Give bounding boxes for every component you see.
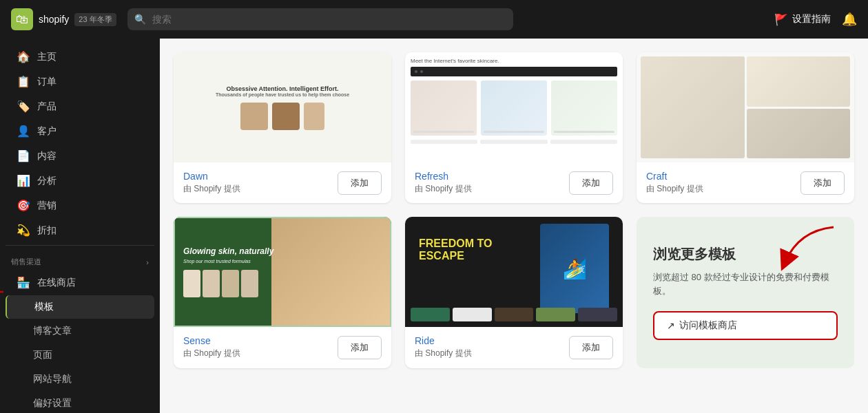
dawn-bags <box>240 103 324 130</box>
ride-by: 由 Shopify 提供 <box>415 348 472 359</box>
themes-grid: Obsessive Attention. Intelligent Effort.… <box>174 52 854 368</box>
sidebar-item-navigation[interactable]: 网站导航 <box>6 368 154 391</box>
sidebar-label-discounts: 折扣 <box>37 224 56 237</box>
craft-by: 由 Shopify 提供 <box>646 183 703 195</box>
sidebar-item-online-store[interactable]: 🏪 在线商店 <box>6 271 154 295</box>
ride-add-button[interactable]: 添加 <box>569 336 613 359</box>
craft-preview <box>637 52 854 162</box>
dawn-by: 由 Shopify 提供 <box>183 183 240 195</box>
refresh-product-2 <box>481 81 547 136</box>
sidebar-item-marketing[interactable]: 🎯 营销 <box>6 193 154 218</box>
sense-model-bg <box>271 218 390 326</box>
refresh-info: Refresh 由 Shopify 提供 <box>415 171 472 195</box>
craft-footer: Craft 由 Shopify 提供 添加 <box>637 162 854 203</box>
refresh-by: 由 Shopify 提供 <box>415 183 472 195</box>
marketing-icon: 🎯 <box>17 199 30 212</box>
text-item-1 <box>411 140 477 144</box>
search-input[interactable] <box>127 8 513 30</box>
browse-title: 浏览更多模板 <box>653 245 838 264</box>
discounts-icon: 💫 <box>17 224 30 237</box>
ride-boards <box>405 308 623 321</box>
sidebar-item-blog[interactable]: 博客文章 <box>6 319 154 343</box>
text-item-3 <box>550 140 617 144</box>
setup-guide-button[interactable]: 🚩 设置指南 <box>774 13 831 26</box>
header-right: 🚩 设置指南 🔔 <box>774 12 857 27</box>
sidebar-item-content[interactable]: 📄 内容 <box>6 144 154 168</box>
main-layout: 🏠 主页 📋 订单 🏷️ 产品 👤 客户 📄 内容 📊 分析 🎯 营销 💫 <box>0 39 868 413</box>
products-icon: 🏷️ <box>17 100 30 113</box>
sidebar-label-online-store: 在线商店 <box>37 277 76 289</box>
dawn-tagline: Obsessive Attention. Intelligent Effort.… <box>216 85 349 97</box>
dot-2 <box>420 70 423 73</box>
refresh-footer: Refresh 由 Shopify 提供 添加 <box>405 162 623 203</box>
main-content: Obsessive Attention. Intelligent Effort.… <box>160 39 868 413</box>
browse-more-card: 浏览更多模板 浏览超过 80 款经过专业设计的免费和付费模板。 ↗ 访问模板商店 <box>637 217 854 368</box>
ride-name[interactable]: Ride <box>415 335 472 346</box>
refresh-products <box>411 81 617 136</box>
sidebar-label-content: 内容 <box>37 150 56 162</box>
sense-product-1 <box>183 270 200 297</box>
craft-img-1 <box>641 56 745 158</box>
sidebar-label-preferences: 偏好设置 <box>33 397 72 410</box>
theme-card-ride: FREEDOM TOESCAPE 🏄 Ride 由 <box>405 217 623 368</box>
sidebar-label-customers: 客户 <box>37 125 56 138</box>
sidebar-item-orders[interactable]: 📋 订单 <box>6 70 154 94</box>
notification-bell-icon[interactable]: 🔔 <box>842 12 857 27</box>
sense-add-button[interactable]: 添加 <box>338 336 382 359</box>
refresh-header-bar <box>411 67 617 76</box>
browse-description: 浏览超过 80 款经过专业设计的免费和付费模板。 <box>653 271 838 297</box>
search-icon: 🔍 <box>134 14 146 25</box>
ride-headline: FREEDOM TOESCAPE <box>419 237 492 262</box>
dawn-footer: Dawn 由 Shopify 提供 添加 <box>174 162 391 203</box>
orders-icon: 📋 <box>17 75 30 88</box>
sidebar-item-templates[interactable]: 模板 <box>6 295 154 319</box>
refresh-add-button[interactable]: 添加 <box>569 171 613 195</box>
refresh-product-1 <box>411 81 477 136</box>
sidebar-item-home[interactable]: 🏠 主页 <box>6 45 154 69</box>
sidebar-item-customers[interactable]: 👤 客户 <box>6 119 154 143</box>
visit-theme-store-button[interactable]: ↗ 访问模板商店 <box>653 311 838 340</box>
refresh-name[interactable]: Refresh <box>415 171 472 182</box>
board-3 <box>495 308 534 321</box>
craft-name[interactable]: Craft <box>646 171 703 182</box>
theme-card-sense: Glowing skin, naturally Shop our most tr… <box>174 217 391 368</box>
board-1 <box>411 308 450 321</box>
sidebar-label-blog: 博客文章 <box>33 325 72 337</box>
sidebar-item-discounts[interactable]: 💫 折扣 <box>6 218 154 242</box>
bag-1 <box>240 103 268 130</box>
shopify-bag-icon: 🛍 <box>11 8 33 30</box>
customers-icon: 👤 <box>17 125 30 138</box>
sidebar-label-templates: 模板 <box>34 301 54 313</box>
sidebar-item-preferences[interactable]: 偏好设置 <box>6 392 154 413</box>
sense-footer: Sense 由 Shopify 提供 添加 <box>174 327 391 368</box>
expand-icon[interactable]: › <box>146 258 149 266</box>
sense-product-3 <box>222 270 239 297</box>
refresh-text-row <box>411 140 617 144</box>
external-link-icon: ↗ <box>667 320 675 331</box>
sidebar-item-pages[interactable]: 页面 <box>6 343 154 367</box>
store-icon: 🏪 <box>17 276 30 289</box>
sense-product-2 <box>203 270 220 297</box>
craft-add-button[interactable]: 添加 <box>800 171 845 195</box>
ride-surfer-bg: 🏄 <box>540 224 609 313</box>
sidebar-label-orders: 订单 <box>37 76 56 88</box>
sidebar-item-products[interactable]: 🏷️ 产品 <box>6 94 154 118</box>
dot-1 <box>415 70 417 73</box>
theme-card-dawn: Obsessive Attention. Intelligent Effort.… <box>174 52 391 203</box>
sense-info: Sense 由 Shopify 提供 <box>183 335 240 359</box>
refresh-product-3 <box>551 81 617 136</box>
craft-info: Craft 由 Shopify 提供 <box>646 171 703 195</box>
browse-btn-label: 访问模板商店 <box>679 319 737 332</box>
ride-info: Ride 由 Shopify 提供 <box>415 335 472 359</box>
dawn-name[interactable]: Dawn <box>183 171 240 182</box>
logo[interactable]: 🛍 shopify 23 年冬季 <box>11 8 116 30</box>
sidebar-label-marketing: 营销 <box>37 200 56 212</box>
dawn-add-button[interactable]: 添加 <box>338 171 382 195</box>
text-item-2 <box>480 140 547 144</box>
sense-name[interactable]: Sense <box>183 335 240 346</box>
refresh-tagline: Meet the Internet's favorite skincare. <box>411 58 617 64</box>
surfer-emoji: 🏄 <box>563 257 587 280</box>
sidebar-item-analytics[interactable]: 📊 分析 <box>6 169 154 193</box>
dawn-info: Dawn 由 Shopify 提供 <box>183 171 240 195</box>
dawn-preview: Obsessive Attention. Intelligent Effort.… <box>174 52 391 162</box>
